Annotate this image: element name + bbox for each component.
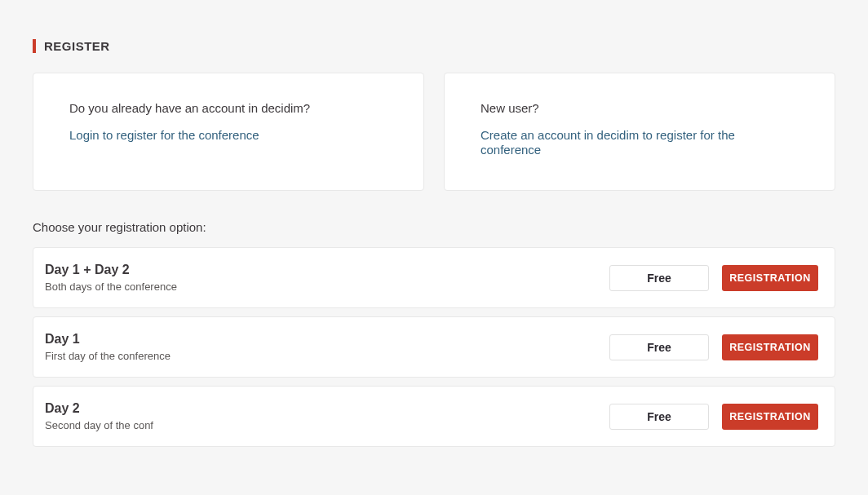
login-link[interactable]: Login to register for the conference — [69, 128, 259, 142]
existing-account-card: Do you already have an account in decidi… — [33, 73, 424, 191]
price-badge: Free — [609, 334, 709, 360]
registration-button[interactable]: REGISTRATION — [722, 404, 818, 430]
registration-option-card: Day 1 First day of the conference Free R… — [33, 316, 835, 378]
option-actions: Free REGISTRATION — [609, 265, 818, 291]
existing-account-prompt: Do you already have an account in decidi… — [69, 101, 388, 115]
price-badge: Free — [609, 404, 709, 430]
option-actions: Free REGISTRATION — [609, 404, 818, 430]
option-description: First day of the conference — [45, 350, 609, 362]
option-actions: Free REGISTRATION — [609, 334, 818, 360]
price-badge: Free — [609, 265, 709, 291]
choose-registration-label: Choose your registration option: — [33, 220, 835, 234]
new-user-prompt: New user? — [480, 101, 799, 115]
section-heading-register: REGISTER — [33, 39, 835, 53]
option-title: Day 2 — [45, 401, 609, 416]
registration-button[interactable]: REGISTRATION — [722, 265, 818, 291]
option-info: Day 1 First day of the conference — [45, 332, 609, 362]
option-description: Both days of the conference — [45, 281, 609, 293]
option-info: Day 2 Second day of the conf — [45, 401, 609, 431]
option-info: Day 1 + Day 2 Both days of the conferenc… — [45, 263, 609, 293]
new-user-card: New user? Create an account in decidim t… — [444, 73, 835, 191]
auth-cards-row: Do you already have an account in decidi… — [33, 73, 835, 191]
option-title: Day 1 + Day 2 — [45, 263, 609, 277]
registration-option-card: Day 2 Second day of the conf Free REGIST… — [33, 386, 835, 447]
option-title: Day 1 — [45, 332, 609, 347]
registration-option-card: Day 1 + Day 2 Both days of the conferenc… — [33, 247, 835, 308]
create-account-link[interactable]: Create an account in decidim to register… — [480, 128, 735, 157]
registration-button[interactable]: REGISTRATION — [722, 334, 818, 360]
option-description: Second day of the conf — [45, 419, 609, 431]
